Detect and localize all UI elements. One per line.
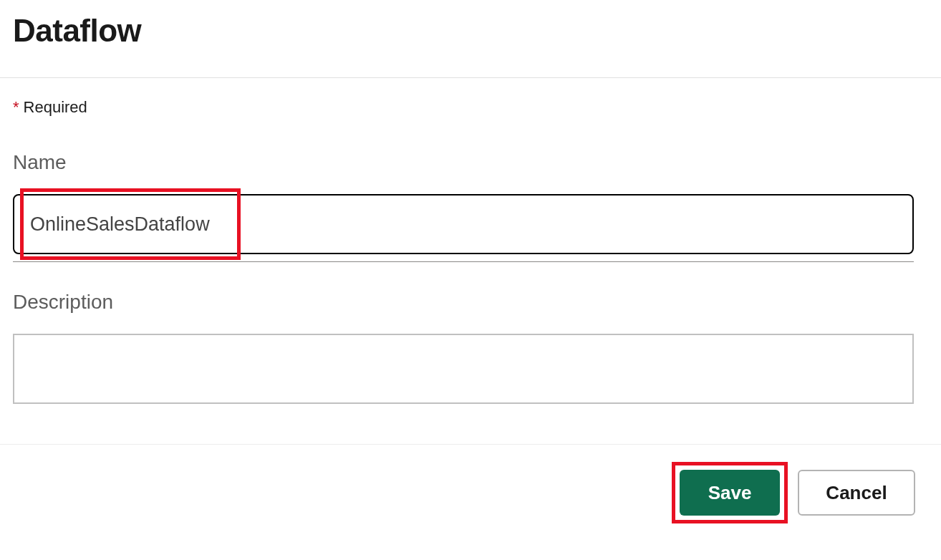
cancel-button[interactable]: Cancel: [798, 470, 915, 516]
description-field-label: Description: [13, 291, 928, 314]
name-field-underline: [13, 261, 914, 262]
dialog-header: Dataflow: [0, 0, 941, 77]
required-asterisk-icon: *: [13, 98, 19, 116]
required-label-text: Required: [24, 98, 87, 116]
required-indicator: *Required: [13, 98, 928, 117]
dialog-button-row: Save Cancel: [0, 445, 941, 523]
description-input[interactable]: [13, 334, 914, 404]
name-input[interactable]: [13, 194, 914, 254]
save-button[interactable]: Save: [680, 470, 780, 516]
dataflow-dialog: Dataflow *Required Name Description Save…: [0, 0, 941, 523]
save-button-highlight: Save: [672, 462, 788, 523]
form-area: *Required Name Description: [0, 78, 941, 420]
page-title: Dataflow: [13, 13, 928, 49]
name-field-label: Name: [13, 151, 928, 174]
name-input-container: [13, 194, 928, 254]
